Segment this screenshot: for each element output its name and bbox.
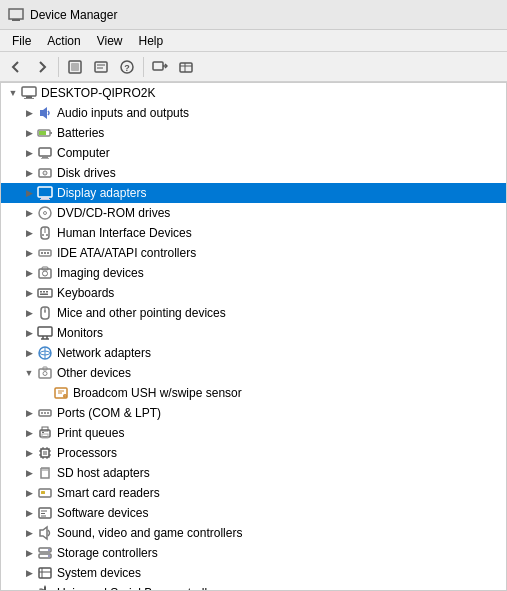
list-item[interactable]: ▶ Ports (COM & LPT)	[1, 403, 506, 423]
svg-point-67	[41, 412, 43, 414]
keyboard-icon	[37, 285, 53, 301]
svg-rect-0	[9, 9, 23, 19]
update-driver-button[interactable]	[148, 55, 172, 79]
imaging-icon	[37, 265, 53, 281]
item-label: Mice and other pointing devices	[57, 306, 226, 320]
svg-rect-12	[180, 63, 192, 72]
item-label: Computer	[57, 146, 110, 160]
item-label: DVD/CD-ROM drives	[57, 206, 170, 220]
list-item[interactable]: ▶ Processors	[1, 443, 506, 463]
swipe-icon: !	[53, 385, 69, 401]
svg-point-35	[42, 234, 44, 236]
app-icon	[8, 7, 24, 23]
menu-action[interactable]: Action	[39, 32, 88, 50]
svg-rect-29	[41, 197, 49, 199]
menu-view[interactable]: View	[89, 32, 131, 50]
list-item[interactable]: ▶ Imaging devices	[1, 263, 506, 283]
print-icon	[37, 425, 53, 441]
list-item[interactable]: ▶ Keyboards	[1, 283, 506, 303]
item-label: Human Interface Devices	[57, 226, 192, 240]
show-hidden-button[interactable]	[63, 55, 87, 79]
device-tree[interactable]: ▼ DESKTOP-QIPRO2K ▶ Audio inputs and out…	[0, 82, 507, 591]
list-item[interactable]: ▶ DVD/CD-ROM drives	[1, 203, 506, 223]
expand-icon: ▶	[21, 325, 37, 341]
svg-marker-93	[40, 527, 47, 539]
expand-icon: ▶	[21, 285, 37, 301]
svg-point-96	[48, 549, 50, 551]
svg-rect-45	[40, 291, 42, 293]
svg-rect-88	[41, 491, 45, 494]
svg-rect-73	[42, 432, 44, 433]
title-bar: Device Manager	[0, 0, 507, 30]
list-item[interactable]: ▶ Monitors	[1, 323, 506, 343]
item-label: System devices	[57, 566, 141, 580]
svg-rect-16	[26, 96, 32, 98]
svg-rect-52	[38, 327, 52, 336]
item-label: Display adapters	[57, 186, 146, 200]
list-item[interactable]: ▶ SD host adapters	[1, 463, 506, 483]
list-item[interactable]: ▶ Storage controllers	[1, 543, 506, 563]
list-item[interactable]: ▶ Computer	[1, 143, 506, 163]
item-label: Disk drives	[57, 166, 116, 180]
sd-icon	[37, 465, 53, 481]
svg-rect-48	[40, 294, 48, 296]
list-item[interactable]: ▶ Sound, video and game controllers	[1, 523, 506, 543]
svg-rect-23	[42, 156, 48, 158]
menu-file[interactable]: File	[4, 32, 39, 50]
item-label: SD host adapters	[57, 466, 150, 480]
expand-icon: ▶	[21, 105, 37, 121]
item-label: Software devices	[57, 506, 148, 520]
forward-button[interactable]	[30, 55, 54, 79]
resource-button[interactable]	[174, 55, 198, 79]
expand-icon: ▼	[21, 365, 37, 381]
list-item[interactable]: ▶ Human Interface Devices	[1, 223, 506, 243]
hid-icon	[37, 225, 53, 241]
list-item[interactable]: ▶ Smart card readers	[1, 483, 506, 503]
menu-help[interactable]: Help	[131, 32, 172, 50]
svg-text:!: !	[64, 394, 65, 399]
expand-icon: ▶	[21, 185, 37, 201]
properties-button[interactable]	[89, 55, 113, 79]
expand-icon: ▶	[21, 505, 37, 521]
expand-icon: ▶	[21, 525, 37, 541]
list-item[interactable]: ▶ Universal Serial Bus controllers	[1, 583, 506, 591]
expand-icon: ▶	[21, 565, 37, 581]
svg-rect-40	[47, 252, 49, 254]
help-button[interactable]: ?	[115, 55, 139, 79]
root-label: DESKTOP-QIPRO2K	[41, 86, 155, 100]
list-item[interactable]: ! Broadcom USH w/swipe sensor	[1, 383, 506, 403]
expand-icon: ▶	[21, 585, 37, 591]
back-button[interactable]	[4, 55, 28, 79]
svg-point-51	[44, 310, 46, 312]
list-item[interactable]: ▶ IDE ATA/ATAPI controllers	[1, 243, 506, 263]
svg-point-27	[45, 173, 46, 174]
svg-rect-17	[24, 98, 34, 99]
expand-icon: ▶	[21, 225, 37, 241]
svg-rect-5	[95, 62, 107, 72]
list-item[interactable]: ▶ Software devices	[1, 503, 506, 523]
list-item[interactable]: ▶ Print queues	[1, 423, 506, 443]
svg-point-42	[43, 271, 48, 276]
item-label: Ports (COM & LPT)	[57, 406, 161, 420]
list-item[interactable]: ▶ Mice and other pointing devices	[1, 303, 506, 323]
item-label: Batteries	[57, 126, 104, 140]
svg-point-32	[44, 212, 47, 215]
svg-point-59	[43, 372, 47, 376]
list-item[interactable]: ▶ System devices	[1, 563, 506, 583]
list-item[interactable]: ▶ Disk drives	[1, 163, 506, 183]
expand-icon: ▶	[21, 445, 37, 461]
list-item[interactable]: ▶ Batteries	[1, 123, 506, 143]
processor-icon	[37, 445, 53, 461]
list-item[interactable]: ▶ Display adapters	[1, 183, 506, 203]
list-item[interactable]: ▶ Network adapters	[1, 343, 506, 363]
list-item[interactable]: ▶ Audio inputs and outputs	[1, 103, 506, 123]
cdrom-icon	[37, 205, 53, 221]
expand-icon: ▶	[21, 125, 37, 141]
root-expand-icon: ▼	[5, 85, 21, 101]
list-item[interactable]: ▼ Other devices	[1, 363, 506, 383]
svg-rect-15	[22, 87, 36, 96]
expand-icon: ▶	[21, 425, 37, 441]
battery-icon	[37, 125, 53, 141]
tree-root[interactable]: ▼ DESKTOP-QIPRO2K	[1, 83, 506, 103]
sound-icon	[37, 525, 53, 541]
